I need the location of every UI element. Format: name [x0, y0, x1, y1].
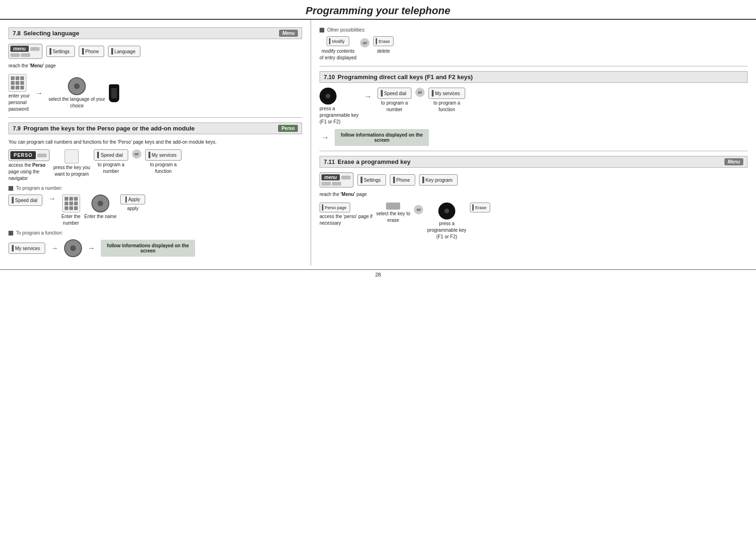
s711-phone-box: Phone — [390, 174, 415, 186]
s710-speeddial-label: Speed dial — [384, 91, 406, 96]
s79-bullet2-icon — [8, 231, 13, 236]
s711-settings-box: Settings — [357, 174, 386, 186]
s710-follow-box: follow informations displayed on the scr… — [335, 129, 429, 146]
section-79-header: 7.9 Program the keys for the Perso page … — [8, 122, 302, 134]
modify-col: Modify modify contentsof entry displayed — [320, 36, 356, 61]
s79-intro: You can program call numbers and functio… — [8, 139, 302, 146]
s79-bullet1-text: To program a number: — [16, 186, 62, 191]
s711-phone-label: Phone — [396, 178, 410, 183]
s711-select-col: select the key toerase — [376, 203, 410, 224]
s711-desc-select: select the key toerase — [376, 211, 410, 224]
s79-arrow3: → — [51, 244, 58, 252]
s79-desc-enternum: Enter thenumber — [61, 213, 81, 227]
s711-erase-label: Erase — [475, 205, 486, 210]
s79-keypad-col: Enter thenumber — [61, 195, 81, 227]
s78-phone-box: Phone — [79, 46, 104, 57]
s78-navigator-inner — [74, 83, 80, 89]
s78-slider3 — [21, 53, 30, 57]
s711-or-badge: or — [414, 205, 423, 214]
other-poss-items: Modify modify contentsof entry displayed… — [320, 36, 748, 61]
s79-speeddial2-indicator — [12, 197, 14, 203]
s79-navigator3-inner — [70, 245, 76, 251]
s79-bullet2: To program a function: — [8, 230, 302, 236]
s79-desc-press: press the key youwant to program — [53, 164, 90, 178]
s79-desc-number: to program anumber — [98, 162, 124, 175]
erase-device: Erase — [373, 36, 394, 46]
s79-speeddial-box: Speed dial — [94, 149, 128, 161]
s711-desc-access: access the 'perso' page ifnecessary — [320, 213, 372, 227]
s710-myservices-indicator — [432, 90, 434, 97]
s79-row2: Speed dial → Enter thenumber Enter the n… — [8, 195, 302, 227]
s79-myservices-label: My services — [152, 153, 177, 158]
s711-keyprog-box: Key program — [419, 174, 458, 186]
section-711-header: 7.11 Erase a programmed key Menu — [320, 156, 748, 168]
section-710-header: 7.10 Programming direct call keys (F1 an… — [320, 71, 748, 83]
s79-perso-device: PERSO — [8, 149, 49, 161]
s79-apply-col: Apply apply — [120, 195, 145, 212]
page-number: 28 — [0, 269, 756, 279]
s78-handset — [109, 84, 119, 102]
s711-slider2 — [321, 182, 331, 186]
s78-row2: enter yourpersonalpassword → select the … — [8, 74, 302, 113]
s79-arrow2: → — [48, 195, 56, 203]
s710-myservices-col: My services to program afunction — [428, 88, 465, 113]
s78-navigator-col: select the language of yourchoice — [49, 77, 105, 109]
s711-perso-bar — [322, 204, 323, 211]
s78-desc1: reach the 'Menu' page — [8, 63, 302, 69]
s710-speeddial-col: Speed dial to program anumber — [378, 88, 411, 113]
s710-row2: → follow informations displayed on the s… — [320, 129, 748, 146]
section-79-badge: Perso — [278, 125, 298, 132]
s710-desc-number: to program anumber — [381, 100, 408, 113]
section-78-header: 7.8 Selecting language Menu — [8, 27, 302, 39]
s79-bullet1: To program a number: — [8, 186, 302, 191]
s710-myservices-label: My services — [435, 91, 460, 96]
erase-desc: delete — [377, 48, 390, 55]
s79-navigator2 — [91, 195, 109, 212]
modify-desc: modify contentsof entry displayed — [320, 48, 356, 61]
s79-presskey-col: press the key youwant to program — [53, 149, 90, 178]
s710-desc-function: to program afunction — [434, 100, 460, 113]
s78-phone-indicator — [82, 48, 84, 55]
s711-keyprog-label: Key program — [426, 178, 452, 183]
s710-arrow1: → — [364, 92, 372, 101]
s79-keypad2 — [62, 195, 80, 212]
erase-bar — [376, 38, 377, 44]
s79-desc-function: to program afunction — [150, 162, 177, 175]
erase-col: Erase delete — [373, 36, 394, 55]
s78-handset-col — [109, 84, 119, 102]
s78-phone-label: Phone — [85, 49, 99, 54]
s710-prog-key — [320, 88, 337, 105]
left-column: 7.8 Selecting language Menu menu Setting… — [0, 20, 311, 266]
s78-navigator — [68, 77, 86, 95]
s79-perso-slider — [37, 154, 47, 157]
s711-settings-indicator — [361, 177, 362, 183]
s79-speeddial-label: Speed dial — [100, 153, 123, 158]
s79-speeddial-col: Speed dial to program anumber — [94, 149, 128, 175]
s79-desc-perso: access the Persopage using thenavigator — [8, 162, 45, 182]
erase-label: Erase — [378, 39, 390, 44]
page-title: Programming your telephone — [0, 0, 756, 20]
s710-myservices-box: My services — [428, 88, 465, 99]
modify-device: Modify — [327, 36, 349, 46]
s79-myservices2-label: My services — [15, 246, 40, 251]
s78-settings-indicator — [49, 48, 51, 55]
s711-menu-btn: menu — [321, 174, 340, 180]
s78-enter-pw-col: enter yourpersonalpassword — [8, 74, 30, 113]
sep-other-710 — [320, 66, 748, 66]
s79-myservices-box: My services — [145, 149, 182, 161]
s711-keyprog-indicator — [422, 177, 424, 183]
sep-78-79 — [8, 117, 302, 118]
other-poss-bullet — [320, 28, 324, 32]
s79-row1: PERSO access the Persopage using thenavi… — [8, 149, 302, 182]
s710-or-badge: or — [415, 88, 425, 97]
other-possibilities-row: Other possibilities: — [320, 27, 748, 32]
s710-arrow2: → — [321, 133, 329, 142]
s79-navigator2-inner — [98, 201, 103, 206]
section-78-title: Selecting language — [24, 30, 279, 37]
s711-row1: menu Settings Phone Key program — [320, 172, 748, 187]
s711-slider1 — [341, 176, 351, 179]
s79-apply-label: Apply — [128, 197, 140, 202]
s79-perso-col: PERSO access the Persopage using thenavi… — [8, 149, 49, 182]
modify-bar — [329, 38, 330, 44]
s79-myservices2-indicator — [12, 245, 14, 252]
